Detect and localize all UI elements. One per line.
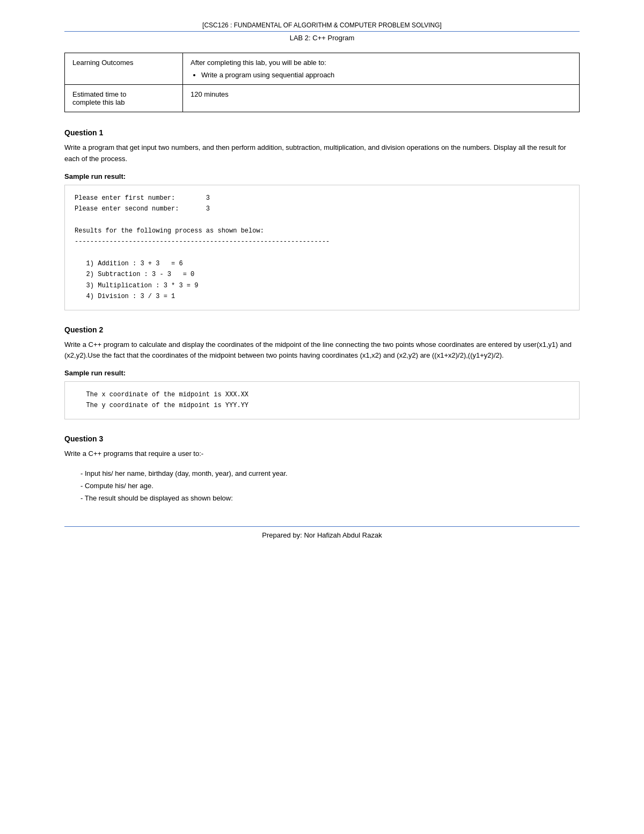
header-title: [CSC126 : FUNDAMENTAL OF ALGORITHM & COM… [64, 21, 580, 29]
question3-item-3: The result should be displayed as shown … [80, 492, 580, 504]
question3-item-2: Compute his/ her age. [80, 480, 580, 492]
info-table: Learning Outcomes After completing this … [64, 53, 580, 112]
page-footer: Prepared by: Nor Hafizah Abdul Razak [64, 526, 580, 539]
question3-section: Question 3 Write a C++ programs that req… [64, 434, 580, 505]
question2-sample-label: Sample run result: [64, 369, 580, 377]
question1-code: Please enter first number: 3 Please ente… [64, 185, 580, 310]
learning-outcomes-item: Write a program using sequential approac… [201, 71, 572, 79]
question1-section: Question 1 Write a program that get inpu… [64, 128, 580, 310]
learning-outcomes-label: Learning Outcomes [65, 53, 183, 85]
estimated-time-label: Estimated time to complete this lab [65, 85, 183, 112]
question3-list: Input his/ her name, birthday (day, mont… [80, 467, 580, 505]
question1-title: Question 1 [64, 128, 580, 137]
question1-sample-label: Sample run result: [64, 172, 580, 180]
learning-outcomes-intro: After completing this lab, you will be a… [191, 59, 326, 67]
header-subtitle: LAB 2: C++ Program [64, 34, 580, 42]
table-row-time: Estimated time to complete this lab 120 … [65, 85, 580, 112]
question2-code: The x coordinate of the midpoint is XXX.… [64, 381, 580, 419]
header-divider-top [64, 31, 580, 32]
question1-text: Write a program that get input two numbe… [64, 142, 580, 165]
question2-title: Question 2 [64, 325, 580, 334]
learning-outcomes-list: Write a program using sequential approac… [201, 71, 572, 79]
table-row-learning: Learning Outcomes After completing this … [65, 53, 580, 85]
question3-title: Question 3 [64, 434, 580, 443]
question2-text: Write a C++ program to calculate and dis… [64, 339, 580, 362]
page-header: [CSC126 : FUNDAMENTAL OF ALGORITHM & COM… [64, 21, 580, 42]
learning-outcomes-content: After completing this lab, you will be a… [183, 53, 580, 85]
question3-item-1: Input his/ her name, birthday (day, mont… [80, 467, 580, 480]
question2-section: Question 2 Write a C++ program to calcul… [64, 325, 580, 419]
footer-text: Prepared by: Nor Hafizah Abdul Razak [262, 531, 382, 539]
estimated-time-content: 120 minutes [183, 85, 580, 112]
question3-text: Write a C++ programs that require a user… [64, 448, 580, 460]
